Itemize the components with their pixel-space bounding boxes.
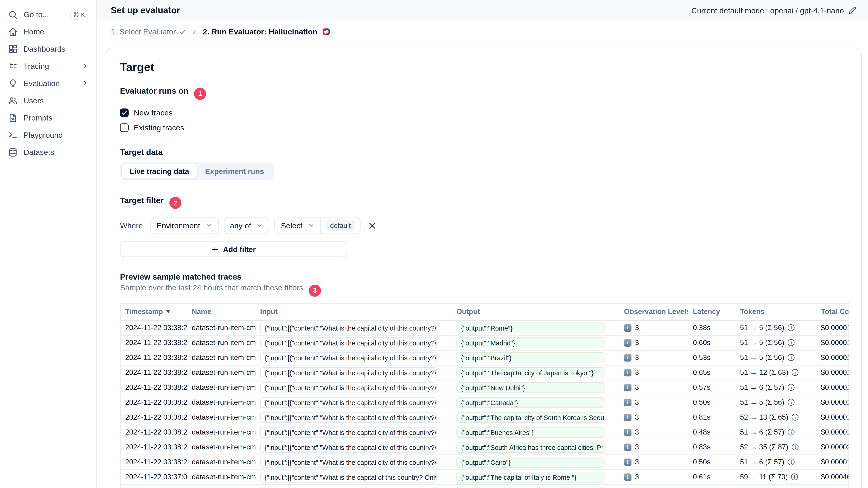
step-badge-2: 2 (169, 197, 181, 209)
col-header-latency[interactable]: Latency (688, 303, 736, 320)
cell-observation-levels: i3 (620, 320, 688, 335)
sidebar-item-dashboards[interactable]: Dashboards (0, 40, 96, 57)
token-info-icon[interactable]: i (788, 399, 795, 406)
cell-input: {"input":[{"content":"What is the capita… (255, 365, 452, 380)
col-header-name[interactable]: Name (187, 303, 255, 320)
token-info-icon[interactable]: i (788, 339, 795, 346)
checkbox-row-1[interactable]: Existing traces (120, 122, 852, 134)
check-icon (179, 29, 186, 35)
chevron-down-icon (205, 222, 212, 229)
filter-where-label: Where (120, 221, 143, 230)
filter-operator-select[interactable]: any of (224, 217, 269, 234)
trace-row[interactable]: 2024-11-22 03:38:26dataset-run-item-cm3s… (121, 380, 849, 395)
sidebar-item-users[interactable]: Users (0, 92, 96, 109)
token-info-icon[interactable]: i (788, 459, 795, 465)
cell-latency: 0.50s (688, 395, 736, 410)
token-info-icon[interactable]: i (788, 429, 795, 436)
input-preview-box: {"input":[{"content":"What is the capita… (260, 322, 437, 333)
preview-title: Preview sample matched traces (120, 272, 852, 281)
token-info-icon[interactable]: i (791, 474, 798, 481)
tab-live-tracing-data[interactable]: Live tracing data (122, 164, 197, 178)
cell-output: {"output":"Rome"} (452, 320, 620, 335)
trace-row[interactable]: 2024-11-22 03:38:21dataset-run-item-cm3s… (121, 454, 849, 469)
cell-timestamp: 2024-11-22 03:38:24 (121, 410, 187, 425)
remove-filter-icon[interactable] (368, 221, 377, 230)
sidebar-item-prompts[interactable]: Prompts (0, 109, 96, 126)
trace-row[interactable]: 2024-11-22 03:38:28dataset-run-item-cm3s… (121, 335, 849, 350)
cell-total-cost: $0.000029 (816, 440, 849, 454)
chevron-right-icon (191, 29, 198, 35)
cell-tokens: 51 → 12 (Σ 63)i (736, 365, 816, 380)
info-square-icon: i (624, 324, 632, 331)
token-info-icon[interactable]: i (792, 444, 799, 451)
output-preview-box: {"output":"The capital city of South Kor… (457, 412, 604, 423)
cell-total-cost: $0.000011 ( (816, 395, 849, 410)
trace-row[interactable]: 2024-11-22 03:38:26dataset-run-item-cm3s… (121, 365, 849, 380)
token-info-icon[interactable]: i (788, 324, 795, 331)
cell-timestamp: 2024-11-22 03:38:21 (121, 454, 187, 469)
cell-name: dataset-run-item-cm3s4 (187, 410, 255, 425)
sidebar-item-tracing[interactable]: Tracing (0, 57, 96, 75)
edit-model-icon[interactable] (848, 6, 857, 14)
sidebar-item-home[interactable]: Home (0, 23, 96, 40)
col-header-tokens[interactable]: Tokens (736, 303, 816, 320)
token-info-icon[interactable]: i (788, 384, 795, 391)
cell-timestamp: 2024-11-22 03:38:26 (121, 380, 187, 395)
cell-timestamp: 2024-11-22 03:38:22 (121, 440, 187, 454)
token-info-icon[interactable]: i (792, 414, 799, 421)
step-badge-1: 1 (194, 88, 206, 100)
goto-label: Go to... (24, 10, 64, 19)
input-preview-box: {"input":[{"content":"What is the capita… (260, 471, 437, 483)
input-preview-box: {"input":[{"content":"What is the capita… (260, 352, 437, 363)
filter-column-select[interactable]: Environment (150, 217, 218, 234)
sidebar-item-evaluation[interactable]: Evaluation (0, 75, 96, 92)
main-area: Set up evaluator Current default model: … (97, 0, 868, 488)
cell-output: {"output":"The capital city of Japan is … (452, 365, 620, 380)
cell-input: {"input":[{"content":"What is the capita… (255, 380, 452, 395)
info-square-icon: i (624, 339, 632, 346)
trace-row[interactable]: 2024-11-22 03:38:24dataset-run-item-cm3s… (121, 410, 849, 425)
checkbox-row-0[interactable]: New traces (120, 106, 852, 119)
cell-output: {"output":"The capital city of South Kor… (452, 410, 620, 425)
step-badge-3: 3 (309, 284, 321, 297)
filter-value-select[interactable]: Select default (275, 217, 361, 234)
trace-row[interactable]: 2024-11-22 03:38:23dataset-run-item-cm3s… (121, 425, 849, 440)
cell-tokens: 51 → 5 (Σ 56)i (736, 395, 816, 410)
col-header-input[interactable]: Input (255, 303, 452, 320)
breadcrumb-step1[interactable]: 1. Select Evaluator (111, 28, 186, 36)
cell-latency: 0.65s (688, 365, 736, 380)
trace-row[interactable]: 2024-11-22 03:38:22dataset-run-item-cm3s… (121, 440, 849, 454)
info-square-icon: i (624, 458, 632, 466)
tab-experiment-runs[interactable]: Experiment runs (197, 164, 272, 178)
col-header-output[interactable]: Output (452, 303, 620, 320)
topbar: Set up evaluator Current default model: … (97, 0, 868, 21)
info-square-icon: i (624, 354, 632, 361)
col-header-observation-levels[interactable]: Observation Levels (620, 303, 688, 320)
col-header-timestamp[interactable]: Timestamp (121, 303, 187, 320)
trace-row[interactable]: 2024-11-22 03:37:03dataset-run-item-cm3s… (121, 469, 849, 484)
target-data-tabs: Live tracing dataExperiment runs (120, 162, 274, 180)
trace-row[interactable]: 2024-11-22 03:38:28dataset-run-item-cm3s… (121, 320, 849, 335)
cell-name: dataset-run-item-cm3s4 (187, 350, 255, 365)
info-square-icon: i (624, 369, 632, 376)
sidebar-item-datasets[interactable]: Datasets (0, 143, 96, 161)
goto-search[interactable]: Go to... ⌘ K (0, 6, 96, 23)
token-info-icon[interactable]: i (788, 354, 795, 361)
cell-timestamp: 2024-11-22 03:38:28 (121, 320, 187, 335)
add-filter-button[interactable]: Add filter (120, 241, 347, 257)
cell-input: {"input":[{"content":"What is the capita… (255, 335, 452, 350)
table-scrollbar[interactable] (855, 223, 856, 488)
trace-row[interactable]: 2024-11-22 03:37:02dataset-run-item-cm3s… (121, 484, 849, 488)
cell-total-cost: $0.000011 ( (816, 350, 849, 365)
sidebar-item-playground[interactable]: Playground (0, 126, 96, 143)
checkbox[interactable] (120, 123, 129, 132)
dashboards-icon (8, 44, 18, 54)
trace-row[interactable]: 2024-11-22 03:38:27dataset-run-item-cm3s… (121, 350, 849, 365)
trace-row[interactable]: 2024-11-22 03:38:25dataset-run-item-cm3s… (121, 395, 849, 410)
checkbox[interactable] (120, 108, 129, 117)
col-header-total-cost[interactable]: Total Cost (816, 303, 849, 320)
token-info-icon[interactable]: i (792, 369, 799, 376)
cell-observation-levels: i3 (620, 410, 688, 425)
cell-tokens: 51 → 6 (Σ 57)i (736, 454, 816, 469)
cell-input: {"input":[{"content":"What is the capita… (255, 320, 452, 335)
